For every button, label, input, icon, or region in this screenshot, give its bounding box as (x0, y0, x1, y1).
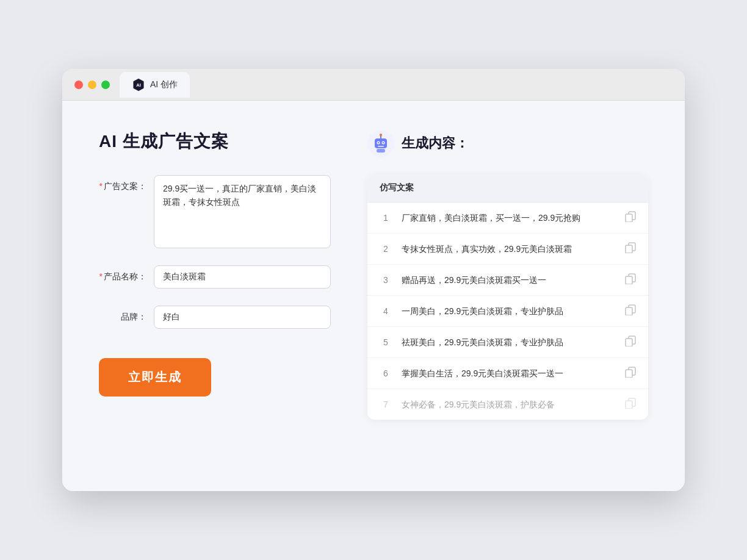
svg-rect-11 (377, 149, 385, 153)
svg-rect-21 (626, 339, 632, 346)
result-title: 生成内容： (402, 134, 469, 153)
maximize-button[interactable] (101, 81, 110, 89)
svg-text:AI: AI (136, 82, 141, 88)
svg-point-7 (383, 142, 384, 143)
copy-icon[interactable] (625, 211, 636, 224)
svg-rect-19 (626, 307, 632, 315)
row-number: 1 (380, 213, 392, 223)
result-header: 生成内容： (367, 130, 648, 157)
product-name-group: *产品名称： (99, 265, 331, 289)
product-name-label: *产品名称： (99, 265, 154, 282)
title-bar: AI AI 创作 (62, 69, 685, 101)
brand-group: 品牌： (99, 306, 331, 329)
ad-copy-label: *广告文案： (99, 175, 154, 192)
row-text: 女神必备，29.9元美白淡斑霜，护肤必备 (402, 398, 615, 411)
copy-icon[interactable] (625, 242, 636, 256)
generate-button[interactable]: 立即生成 (99, 358, 211, 397)
close-button[interactable] (74, 81, 83, 89)
row-text: 专抹女性斑点，真实功效，29.9元美白淡斑霜 (402, 243, 615, 256)
svg-rect-15 (626, 245, 632, 253)
rows-container: 1厂家直销，美白淡斑霜，买一送一，29.9元抢购 2专抹女性斑点，真实功效，29… (367, 203, 648, 420)
copy-icon[interactable] (625, 398, 636, 411)
svg-rect-23 (626, 370, 632, 378)
traffic-lights (74, 81, 110, 89)
copy-icon[interactable] (625, 336, 636, 349)
svg-rect-13 (626, 214, 632, 222)
table-row: 6掌握美白生活，29.9元美白淡斑霜买一送一 (367, 358, 648, 389)
row-text: 一周美白，29.9元美白淡斑霜，专业护肤品 (402, 305, 615, 318)
svg-point-9 (380, 134, 382, 136)
row-number: 2 (380, 244, 392, 254)
table-row: 2专抹女性斑点，真实功效，29.9元美白淡斑霜 (367, 234, 648, 265)
table-header: 仿写文案 (367, 174, 648, 203)
required-star: * (99, 181, 103, 191)
row-text: 厂家直销，美白淡斑霜，买一送一，29.9元抢购 (402, 212, 615, 224)
row-text: 掌握美白生活，29.9元美白淡斑霜买一送一 (402, 367, 615, 380)
brand-label: 品牌： (99, 306, 154, 323)
robot-icon (367, 130, 394, 157)
row-number: 5 (380, 337, 392, 347)
left-panel: AI 生成广告文案 *广告文案： *产品名称： 品牌： 立即生成 (99, 130, 331, 462)
table-row: 4一周美白，29.9元美白淡斑霜，专业护肤品 (367, 296, 648, 327)
table-row: 5祛斑美白，29.9元美白淡斑霜，专业护肤品 (367, 327, 648, 358)
main-content: AI 生成广告文案 *广告文案： *产品名称： 品牌： 立即生成 (62, 101, 685, 491)
table-row: 1厂家直销，美白淡斑霜，买一送一，29.9元抢购 (367, 203, 648, 234)
row-number: 3 (380, 275, 392, 285)
required-star-2: * (99, 271, 103, 281)
row-text: 赠品再送，29.9元美白淡斑霜买一送一 (402, 274, 615, 287)
svg-rect-10 (378, 146, 384, 147)
page-title: AI 生成广告文案 (99, 130, 331, 153)
minimize-button[interactable] (88, 81, 96, 89)
product-name-input[interactable] (154, 265, 331, 289)
table-row: 7女神必备，29.9元美白淡斑霜，护肤必备 (367, 389, 648, 420)
copy-icon[interactable] (625, 304, 636, 318)
copy-icon[interactable] (625, 273, 636, 287)
ad-copy-input[interactable] (154, 175, 331, 248)
browser-window: AI AI 创作 AI 生成广告文案 *广告文案： *产品名称： (62, 69, 685, 491)
svg-point-6 (378, 142, 379, 143)
row-text: 祛斑美白，29.9元美白淡斑霜，专业护肤品 (402, 336, 615, 349)
svg-rect-25 (626, 401, 632, 409)
row-number: 6 (380, 368, 392, 378)
tab-label: AI 创作 (150, 79, 178, 90)
copy-icon[interactable] (625, 367, 636, 380)
ai-icon: AI (132, 78, 145, 92)
row-number: 7 (380, 400, 392, 409)
ad-copy-group: *广告文案： (99, 175, 331, 248)
right-panel: 生成内容： 仿写文案 1厂家直销，美白淡斑霜，买一送一，29.9元抢购 2专抹女… (367, 130, 648, 462)
svg-rect-17 (626, 276, 632, 284)
row-number: 4 (380, 306, 392, 316)
browser-tab[interactable]: AI AI 创作 (120, 72, 190, 98)
result-table: 仿写文案 1厂家直销，美白淡斑霜，买一送一，29.9元抢购 2专抹女性斑点，真实… (367, 174, 648, 420)
brand-input[interactable] (154, 306, 331, 329)
table-row: 3赠品再送，29.9元美白淡斑霜买一送一 (367, 265, 648, 296)
